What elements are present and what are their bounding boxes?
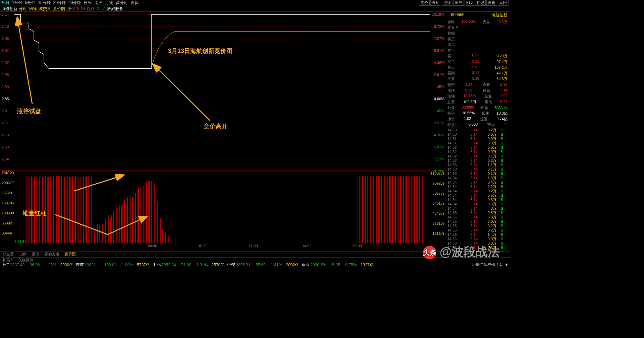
tf-1m[interactable]: 1分钟 (12, 0, 22, 6)
btn-back[interactable]: 返回 (498, 0, 508, 6)
bid-row: 买四3.1142.7万 (446, 70, 509, 76)
tf-multi[interactable]: 多分时 (116, 0, 128, 6)
tf-30m[interactable]: 30分钟 (53, 0, 66, 6)
btn-stats[interactable]: 统计 (442, 0, 452, 6)
index-item[interactable]: 沪深3895.31 -55.60 -1.41% 2002亿 (227, 262, 302, 266)
xlabel-1030: 10:30 (198, 244, 208, 248)
tick-row: 14:543.140.2万S (446, 185, 509, 189)
tab-lb[interactable]: 量比 (29, 252, 42, 257)
watermark: 头条@波段战法 (423, 244, 500, 260)
vol-ylabel-l: 33446 (2, 231, 12, 235)
xlabel-1400: 14:00 (302, 244, 312, 248)
weibi-row: 委比100.00% 委差20.6万 (446, 19, 509, 25)
btn-draw[interactable]: 画线 (453, 0, 464, 6)
timeframe-bar: 分时 1分钟 5分钟 15分钟 30分钟 60分钟 日线 周线 月线 多分时 更… (0, 0, 510, 6)
stat-row: 净资1.02流通9.74亿 (446, 116, 509, 122)
tab-vol[interactable]: 成交量 (0, 252, 16, 257)
tick-row: 14:543.141.3万S (446, 176, 509, 180)
quote-sidebar: L600555 海航创新 委比100.00% 委差20.6万 卖五 ¥卖四卖三卖… (446, 11, 509, 251)
index-item[interactable]: 深证10831.1 -109.88 -1.00% 5737亿 (76, 262, 153, 266)
vol-ylabel-l: 100338 (2, 211, 14, 215)
bid-row: 买三3.12107.2万 (446, 65, 509, 70)
tf-month[interactable]: 月线 (105, 0, 113, 6)
tf-15m[interactable]: 15分钟 (38, 0, 50, 6)
annotation-title: 3月13日海航创新竞价图 (168, 47, 232, 55)
stock-name: 海航创新 (491, 12, 507, 18)
info-bar: 海航创新 分时 均线 成交量 竞价图 涨停 3.14 跌停 2.57 旅游服务 (0, 6, 510, 11)
ask-row: 卖一 (446, 48, 509, 53)
vol-ylabel-r: 11307万 (430, 171, 444, 176)
val-dt: 2.57 (97, 6, 105, 11)
tick-row: 14:543.140.3万S (446, 198, 509, 202)
tf-fenshi[interactable]: 分时 (1, 0, 9, 6)
stat-row: 收益㈠-0.038PE㈤— (446, 122, 509, 128)
tf-5m[interactable]: 5分钟 (25, 0, 36, 6)
time-axis: 09:30 10:30 11:30 14:00 15:00 (0, 243, 446, 250)
volume-bars (14, 171, 429, 243)
label-dt: 跌停 (87, 6, 95, 12)
btn-mark[interactable]: 标记 (475, 0, 486, 6)
stock-code[interactable]: 600555 (451, 12, 465, 17)
stock-name-info: 海航创新 (1, 6, 17, 12)
label-jjt: 竞价图 (53, 6, 65, 12)
tick-row: 14:533.140.1万S (446, 172, 509, 176)
tick-row: 14:523.140.3万S (446, 158, 509, 163)
tick-list[interactable]: 14:503.140.2万S14:503.140.3万S14:513.140.9… (446, 128, 509, 251)
tf-more[interactable]: 更多 (130, 0, 139, 6)
index-item[interactable]: 中小7052.24 -71.80 -1.01% 2578亿 (153, 262, 227, 266)
label-cjl: 成交量 (39, 6, 51, 12)
bid-row: 买五3.1084.6万 (446, 76, 509, 82)
vol-ylabel-r: 9692万 (433, 181, 444, 186)
xlabel-1130: 11:30 (249, 244, 258, 248)
tab-ind[interactable]: 指标 (16, 252, 29, 257)
tick-row: 14:523.140.0万S (446, 150, 509, 154)
vol-ylabel-l: 133785 (2, 201, 14, 205)
broker-label: 九州证券行情主站 ★ (471, 262, 508, 266)
tick-row: 14:513.140.3万S (446, 141, 509, 145)
stat-row: 涨跌0.29最高3.14 (446, 88, 509, 93)
tf-60m[interactable]: 60分钟 (68, 0, 81, 6)
val-zt: 3.14 (77, 6, 85, 11)
ask-row: 卖三 (446, 36, 509, 42)
ask-row: 卖四 (446, 30, 509, 36)
tick-row: 14:543.140.6万S (446, 202, 509, 206)
tf-day[interactable]: 日线 (84, 0, 92, 6)
bid-row: 买一3.146120万 (446, 53, 509, 59)
tab-relate[interactable]: 关联报价 (16, 258, 36, 262)
stat-row: 总量102.8万量比2.43 (446, 99, 509, 105)
tab-expand[interactable]: 扩展∧ (0, 258, 16, 262)
stat-row: 涨幅10.18%最低2.92 (446, 93, 509, 99)
vol-ylabel-l: 234123 (2, 171, 14, 175)
vol-ylabel-l: 200677 (2, 181, 14, 185)
xlabel-1500: 15:00 (353, 244, 362, 248)
chart-area[interactable]: 3.1410.18%3.108.72%3.067.27%3.025.81%2.9… (0, 11, 446, 251)
volume-chart[interactable]: 23412311307万2006779692万1672318077万133785… (0, 171, 446, 243)
ask-row: 卖二 (446, 42, 509, 48)
tick-row: 14:563.140.0万S (446, 237, 509, 241)
tick-row: 14:533.140.1万S (446, 167, 509, 172)
tick-row: 14:543.143万S (446, 206, 509, 211)
tf-week[interactable]: 周线 (94, 0, 102, 6)
price-chart[interactable]: 3.1410.18%3.108.72%3.067.27%3.025.81%2.9… (0, 12, 446, 171)
tab-bs[interactable]: 买卖力道 (42, 252, 62, 257)
label-junxian: 均线 (29, 6, 37, 12)
watermark-text: @波段战法 (440, 245, 500, 259)
index-item[interactable]: 上证2887.43 -36.06 -1.23% 3930亿 (1, 262, 76, 266)
watermark-logo: 头条 (423, 246, 436, 259)
sector-name: 旅游服务 (107, 6, 123, 12)
sidebar-header: L600555 海航创新 (446, 12, 509, 19)
tab-jjt[interactable]: 竞价图 (62, 252, 78, 257)
index-item[interactable]: 创业2030.58 -15.35 -0.75% 1927亿 (302, 262, 376, 266)
tick-row: 14:553.140.5万S (446, 211, 509, 215)
btn-bid[interactable]: 竞价 (419, 0, 430, 6)
tick-row: 14:533.141.1万S (446, 163, 509, 167)
btn-overlay[interactable]: 叠加 (430, 0, 441, 6)
vol-ylabel-l: 66892 (2, 221, 12, 225)
annotation-2: 竞价高开 (204, 122, 228, 130)
btn-f10[interactable]: F10 (465, 0, 474, 6)
tick-row: 14:543.140.5万S (446, 193, 509, 198)
btn-fav[interactable]: 自选 (486, 0, 497, 6)
vol-ylabel-l: 167231 (2, 191, 14, 195)
annotation-1: 涨停试盘 (17, 107, 41, 115)
vol-ylabel-r: 4846万 (433, 211, 444, 216)
